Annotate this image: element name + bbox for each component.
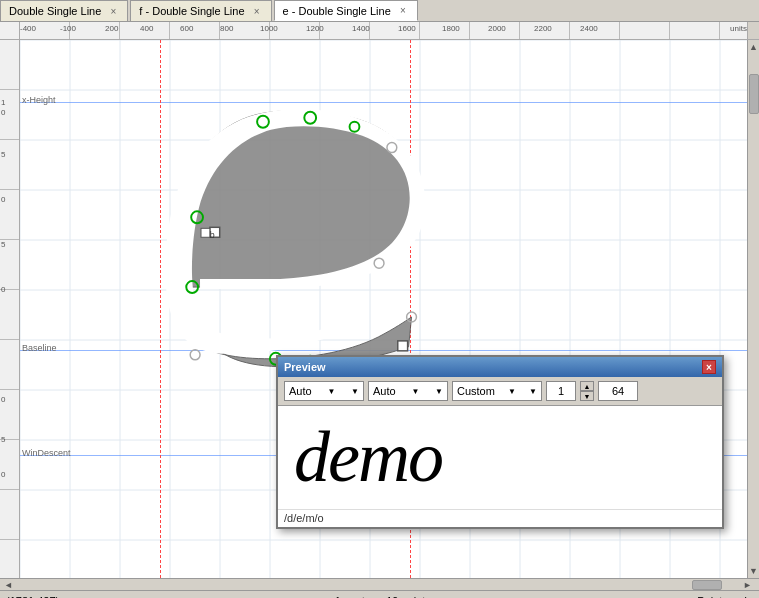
bottom-scrollbar-area: ◄ ► xyxy=(0,578,759,590)
ruler-horizontal: -400 -100 200 400 600 800 1000 1200 1400… xyxy=(0,22,759,40)
preview-chars-bar: /d/e/m/o xyxy=(278,509,722,527)
ruler-tick: 200 xyxy=(105,24,118,33)
tab-label-1: Double Single Line xyxy=(9,5,101,17)
ruler-v-label: 5 xyxy=(1,435,5,444)
tab-double-single-line[interactable]: Double Single Line × xyxy=(0,0,128,21)
chevron-down-icon: ▼ xyxy=(327,387,335,396)
preview-title-bar: Preview × xyxy=(278,357,722,377)
scrollbar-thumb-h[interactable] xyxy=(692,580,722,590)
preview-close-button[interactable]: × xyxy=(702,360,716,374)
ruler-tick: 2200 xyxy=(534,24,552,33)
ruler-tick: 1800 xyxy=(442,24,460,33)
ruler-v-label: 0 xyxy=(1,395,5,404)
ruler-v-label: 0 xyxy=(1,195,5,204)
preview-dropdown-3[interactable]: Custom ▼ xyxy=(452,381,542,401)
ruler-tick: 2000 xyxy=(488,24,506,33)
tab-close-2[interactable]: × xyxy=(251,5,263,17)
status-bar: (1781,427) e 1 contour, 19 points Point … xyxy=(0,590,759,598)
scroll-up-button[interactable]: ▲ xyxy=(748,40,759,54)
ruler-tick: -100 xyxy=(60,24,76,33)
scroll-down-button[interactable]: ▼ xyxy=(748,564,759,578)
ruler-tick: -400 xyxy=(20,24,36,33)
ruler-tick: 400 xyxy=(140,24,153,33)
coordinates-display: (1781,427) xyxy=(6,595,59,599)
spinner-value: 1 xyxy=(558,385,564,397)
ruler-v-label: 5 xyxy=(1,240,5,249)
tab-bar: Double Single Line × f - Double Single L… xyxy=(0,0,759,22)
scrollbar-vertical[interactable]: ▲ ▼ xyxy=(747,40,759,578)
ruler-v-label: 0 xyxy=(1,285,5,294)
ruler-v-label: 1 xyxy=(1,98,5,107)
preview-dropdown-1[interactable]: Auto ▼ xyxy=(284,381,364,401)
spinner-up-button[interactable]: ▲ xyxy=(580,381,594,391)
dropdown3-value: Custom xyxy=(457,385,495,397)
preview-controls: Auto ▼ Auto ▼ Custom ▼ 1 ▲ ▼ 64 xyxy=(278,377,722,406)
ruler-v-label: 0 xyxy=(1,108,5,117)
preview-demo-text: demo xyxy=(294,416,442,499)
ruler-v-label: 0 xyxy=(1,470,5,479)
mode-display: Point mode xyxy=(697,595,753,599)
preview-spinner-display: 1 xyxy=(546,381,576,401)
ruler-tick: 1400 xyxy=(352,24,370,33)
spinner-down-button[interactable]: ▼ xyxy=(580,391,594,401)
preview-spinner: ▲ ▼ xyxy=(580,381,594,401)
tab-e-double-single-line[interactable]: e - Double Single Line × xyxy=(274,0,418,21)
scroll-left-button[interactable]: ◄ xyxy=(4,580,16,590)
ruler-tick: 1600 xyxy=(398,24,416,33)
preview-size-box[interactable]: 64 xyxy=(598,381,638,401)
ruler-tick: 800 xyxy=(220,24,233,33)
tab-f-double-single-line[interactable]: f - Double Single Line × xyxy=(130,0,271,21)
ruler-tick: 600 xyxy=(180,24,193,33)
svg-text:b: b xyxy=(210,230,215,240)
preview-chars: /d/e/m/o xyxy=(284,512,324,524)
ruler-vertical: 1 0 5 0 5 0 0 5 0 xyxy=(0,40,20,578)
ruler-tick: 2400 xyxy=(580,24,598,33)
node-handle xyxy=(398,341,408,351)
size-value: 64 xyxy=(612,385,624,397)
preview-dropdown-2[interactable]: Auto ▼ xyxy=(368,381,448,401)
current-node xyxy=(201,228,210,237)
dropdown1-value: Auto xyxy=(289,385,312,397)
chevron-down-icon: ▼ xyxy=(411,387,419,396)
tab-close-3[interactable]: × xyxy=(397,5,409,17)
glyph-info-display: e 1 contour, 19 points xyxy=(79,595,677,599)
ruler-tick: 1200 xyxy=(306,24,324,33)
tab-close-1[interactable]: × xyxy=(107,5,119,17)
scrollbar-thumb-v[interactable] xyxy=(749,74,759,114)
preview-dialog: Preview × Auto ▼ Auto ▼ Custom ▼ 1 ▲ ▼ 6… xyxy=(276,355,724,529)
scroll-right-button[interactable]: ► xyxy=(743,580,755,590)
ruler-v-label: 5 xyxy=(1,150,5,159)
preview-text-area: demo xyxy=(278,406,722,509)
bezier-handle xyxy=(190,350,200,360)
ruler-units: units xyxy=(730,24,747,33)
ruler-tick: 1000 xyxy=(260,24,278,33)
chevron-down-icon: ▼ xyxy=(508,387,516,396)
tab-label-2: f - Double Single Line xyxy=(139,5,244,17)
preview-title: Preview xyxy=(284,361,326,373)
tab-label-3: e - Double Single Line xyxy=(283,5,391,17)
dropdown2-value: Auto xyxy=(373,385,396,397)
